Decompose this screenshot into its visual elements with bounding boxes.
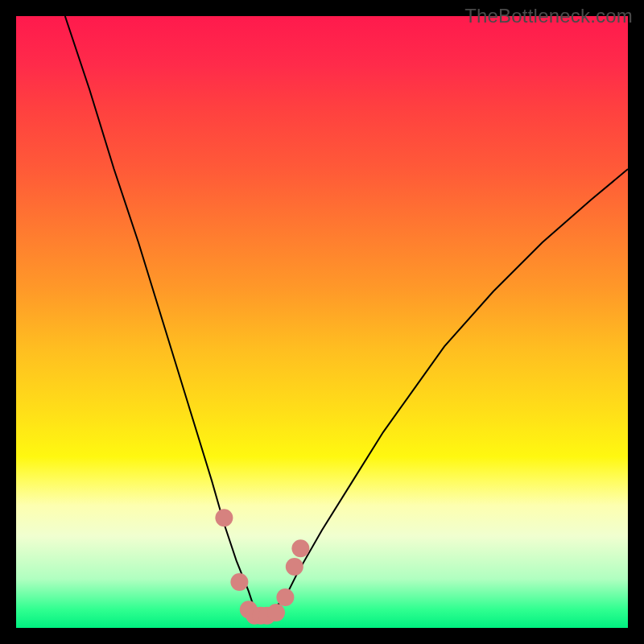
highlight-dot [215, 509, 233, 526]
highlight-dots [215, 509, 309, 625]
bottleneck-curve [65, 16, 628, 616]
bottleneck-curve-svg [16, 16, 628, 628]
highlight-dot [291, 539, 309, 557]
chart-area [16, 16, 628, 628]
highlight-dot [230, 573, 248, 591]
highlight-dot [276, 588, 294, 606]
watermark: TheBottleneck.com [464, 5, 633, 27]
highlight-dot [286, 558, 303, 576]
highlight-dot [267, 604, 285, 621]
